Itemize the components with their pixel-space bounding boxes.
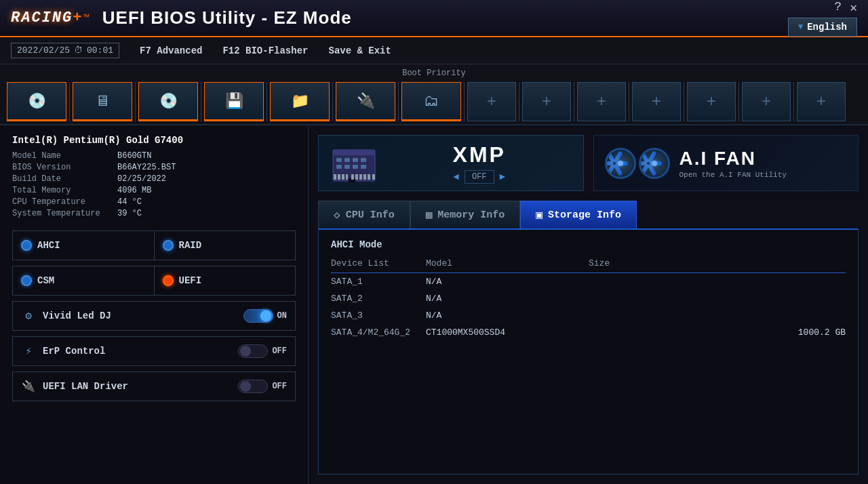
boot-add-7[interactable]: +: [797, 82, 846, 121]
boot-divider-3: [201, 82, 201, 121]
model-name-val: B660GTN: [117, 151, 151, 161]
logo-racing-text: RACING: [11, 9, 73, 26]
csm-option[interactable]: CSM: [13, 266, 154, 295]
sys-temp-row: System Temperature 39 °C: [12, 209, 296, 218]
xmp-text-area: XMP ◄ OFF ►: [387, 142, 572, 184]
close-icon[interactable]: ✕: [850, 0, 857, 15]
svg-rect-15: [351, 174, 354, 180]
cpu-name: Intel(R) Pentium(R) Gold G7400: [12, 135, 296, 146]
xmp-controls[interactable]: ◄ OFF ►: [387, 170, 572, 184]
erp-toggle-container: OFF: [238, 344, 287, 358]
xmp-right-arrow[interactable]: ►: [500, 172, 505, 182]
help-icon[interactable]: ?: [834, 0, 842, 15]
boot-add-6[interactable]: +: [742, 82, 791, 121]
svg-rect-20: [372, 174, 375, 180]
uefi-lan-icon: 🔌: [21, 379, 36, 394]
svg-rect-5: [361, 158, 366, 162]
date-text: 2022/02/25: [17, 45, 70, 56]
server-icon: 🖥: [95, 92, 110, 110]
boot-divider-4: [267, 82, 267, 121]
f7-advanced-button[interactable]: F7 Advanced: [140, 45, 202, 56]
tab-storage-info[interactable]: ▣ Storage Info: [520, 201, 637, 228]
boot-item-6[interactable]: 🔌: [336, 82, 395, 121]
fan-2: [639, 148, 670, 179]
uefi-lan-row[interactable]: 🔌 UEFI LAN Driver OFF: [12, 371, 296, 401]
boot-item-5[interactable]: 📁: [270, 82, 330, 121]
svg-rect-6: [336, 165, 342, 169]
language-label: English: [807, 22, 847, 33]
svg-rect-18: [363, 174, 366, 180]
f12-bio-flasher-button[interactable]: F12 BIO-Flasher: [222, 45, 308, 56]
save-exit-button[interactable]: Save & Exit: [328, 45, 391, 56]
aifan-title: A.I FAN: [679, 148, 848, 169]
storage-mode: AHCI Mode: [331, 239, 846, 250]
csm-uefi-row[interactable]: CSM UEFI: [12, 266, 296, 296]
boot-item-1[interactable]: 💿: [7, 82, 66, 121]
boot-divider-1: [69, 82, 70, 121]
language-button[interactable]: ▼ English: [788, 18, 857, 37]
ahci-indicator: [21, 240, 32, 251]
aifan-widget[interactable]: A.I FAN Open the A.I FAN Utility: [593, 135, 859, 191]
model-name-row: Model Name B660GTN: [12, 151, 296, 161]
xmp-widget[interactable]: XMP ◄ OFF ►: [318, 135, 584, 191]
ahci-raid-row[interactable]: AHCI RAID: [12, 230, 296, 260]
boot-add-3[interactable]: +: [577, 82, 626, 121]
floppy-icon: 💾: [225, 92, 243, 110]
storage-cell-3-size: 1000.2 GB: [589, 324, 846, 341]
ahci-option[interactable]: AHCI: [13, 231, 154, 260]
boot-divider-12: [738, 82, 739, 121]
storage-info-tab-label: Storage Info: [548, 209, 621, 221]
boot-item-3[interactable]: 💿: [138, 82, 198, 121]
raid-option[interactable]: RAID: [154, 231, 296, 260]
uefi-lan-toggle-container: OFF: [238, 380, 287, 393]
uefi-option[interactable]: UEFI: [154, 266, 296, 295]
storage-panel: AHCI Mode Device List Model Size SATA_1N…: [318, 228, 859, 475]
xmp-left-arrow[interactable]: ◄: [454, 172, 459, 182]
storage-row-1: SATA_2N/A: [331, 290, 846, 307]
tab-cpu-info[interactable]: ◇ CPU Info: [318, 201, 410, 228]
uefi-lan-state: OFF: [272, 382, 287, 391]
storage-table: Device List Model Size SATA_1N/ASATA_2N/…: [331, 258, 846, 341]
storage-cell-2-model: N/A: [426, 307, 589, 324]
uefi-lan-toggle[interactable]: [238, 380, 268, 393]
col-device-header: Device List: [331, 258, 426, 273]
storage-cell-2-device: SATA_3: [331, 307, 426, 324]
tab-memory-info[interactable]: ▦ Memory Info: [410, 201, 521, 228]
csm-label: CSM: [37, 275, 54, 286]
erp-row[interactable]: ⚡ ErP Control OFF: [12, 336, 296, 366]
erp-toggle-knob: [240, 346, 251, 357]
info-tabs: ◇ CPU Info ▦ Memory Info ▣ Storage Info: [318, 201, 859, 228]
window-controls[interactable]: ? ✕: [834, 0, 857, 15]
boot-item-4[interactable]: 💾: [204, 82, 264, 121]
svg-rect-17: [359, 174, 362, 180]
boot-divider-9: [574, 82, 574, 121]
boot-item-7[interactable]: 🗂: [401, 82, 461, 121]
boot-item-2[interactable]: 🖥: [73, 82, 132, 121]
sys-temp-val: 39 °C: [117, 209, 142, 218]
cpu-temp-key: CPU Temperature: [12, 197, 117, 207]
header: RACING + ™ UEFI BIOS Utility - EZ Mode ?…: [0, 0, 868, 37]
vivid-state: ON: [277, 311, 287, 321]
hdd-icon: 💿: [28, 92, 46, 110]
storage-cell-1-size: [589, 290, 846, 307]
xmp-value: OFF: [465, 170, 494, 184]
svg-rect-11: [334, 174, 336, 180]
bios-version-row: BIOS Version B66AY225.BST: [12, 163, 296, 172]
build-date-key: Build Date: [12, 174, 117, 184]
memory-info-tab-label: Memory Info: [437, 209, 505, 221]
cpu-info-tab-label: CPU Info: [346, 209, 395, 221]
boot-priority-label: Boot Priority: [7, 68, 861, 78]
logo-plus-text: +: [73, 9, 81, 26]
top-widgets: XMP ◄ OFF ►: [318, 135, 859, 191]
boot-add-1[interactable]: +: [467, 82, 516, 121]
boot-add-4[interactable]: +: [632, 82, 681, 121]
erp-toggle[interactable]: [238, 344, 268, 358]
network-icon: 🗂: [424, 92, 439, 110]
vivid-led-row[interactable]: ⚙ Vivid Led DJ ON: [12, 301, 296, 331]
boot-divider-8: [519, 82, 519, 121]
boot-add-5[interactable]: +: [687, 82, 736, 121]
bios-version-key: BIOS Version: [12, 163, 117, 172]
boot-add-2[interactable]: +: [522, 82, 571, 121]
vivid-toggle[interactable]: [243, 309, 273, 323]
svg-rect-14: [346, 174, 348, 180]
